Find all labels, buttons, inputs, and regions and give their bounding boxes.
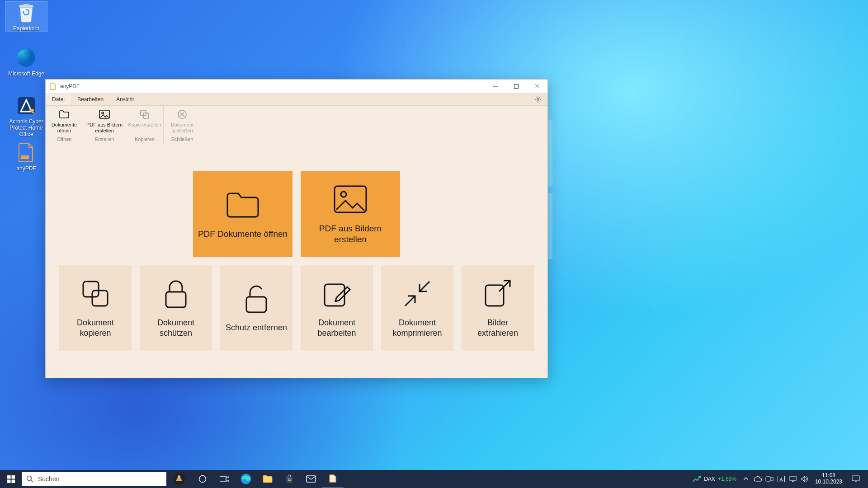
ribbon-create-from-images[interactable]: PDF aus Bildern erstellen [83,108,126,136]
compress-icon [401,278,433,310]
minimize-button[interactable] [485,80,506,93]
tray-onedrive[interactable] [752,470,764,488]
svg-point-25 [178,475,180,478]
anypdf-file-icon [15,142,37,164]
ribbon-label: Kopie erstellen [128,122,161,128]
menu-ansicht[interactable]: Ansicht [110,94,140,105]
start-area: PDF Dokumente öffnen PDF aus Bildern ers… [46,144,547,378]
image-icon [333,183,368,215]
ribbon-group-caption: Schließen [171,136,193,143]
svg-rect-27 [220,477,226,481]
tray-meetnow[interactable] [764,470,775,488]
menu-datei[interactable]: Datei [46,94,71,105]
tile-compress-document[interactable]: Dokument komprimieren [381,265,453,351]
svg-rect-3 [21,155,29,159]
tile-protect-document[interactable]: Dokument schützen [140,265,212,351]
svg-rect-20 [11,475,15,479]
tray-overflow[interactable] [740,470,752,488]
tile-remove-protection[interactable]: Schutz entfernen [220,265,292,351]
action-center[interactable] [847,470,865,488]
svg-rect-16 [246,297,266,312]
tile-open-pdf[interactable]: PDF Dokumente öffnen [193,171,292,257]
taskbar-app-explorer[interactable] [257,470,278,488]
tile-copy-document[interactable]: Dokument kopieren [59,265,132,351]
ribbon-copy-document: Kopie erstellen [126,108,163,136]
search-icon [26,475,33,483]
tile-label: PDF aus Bildern erstellen [301,223,400,245]
volume-icon [801,476,808,482]
desktop-icon-label: Papierkorb [5,25,47,32]
start-button[interactable] [0,470,22,488]
stock-up-icon [692,475,701,483]
taskbar: Suchen DAX +1,69% A 11:08 10.10.2023 [0,470,868,488]
taskbar-app-store[interactable] [278,470,300,488]
titlebar[interactable]: anyPDF [46,80,547,94]
keyboard-a-icon: A [778,476,785,482]
svg-rect-4 [514,84,519,89]
desktop-icon-edge[interactable]: Microsoft Edge [5,47,47,77]
svg-rect-36 [766,477,771,481]
tile-label: Dokument kopieren [59,318,132,338]
taskbar-taskview[interactable] [213,470,235,488]
tray-volume[interactable] [799,470,811,488]
ribbon-open-document[interactable]: Dokumente öffnen [46,108,83,136]
svg-rect-35 [307,476,316,482]
extract-icon [482,278,514,310]
ribbon-label: PDF aus Bildern erstellen [83,122,126,133]
show-desktop[interactable] [865,470,868,488]
clock-date: 10.10.2023 [815,479,842,485]
tile-edit-document[interactable]: Dokument bearbeiten [301,265,373,351]
folder-icon [225,189,261,221]
edge-icon [241,474,251,484]
maximize-button[interactable] [506,80,527,93]
taskbar-app-edge[interactable] [235,470,257,488]
svg-rect-19 [7,475,11,479]
close-circle-icon [177,108,187,120]
tray-network[interactable] [787,470,799,488]
tile-label: Bilder extrahieren [462,318,534,338]
taskbar-cortana[interactable] [192,470,213,488]
tray-input-indicator[interactable]: A [775,470,787,488]
svg-rect-21 [7,479,11,483]
taskbar-app-anypdf[interactable] [322,469,344,488]
taskbar-search-highlight[interactable] [166,470,192,488]
stock-change: +1,69% [718,476,736,482]
acronis-icon [15,95,37,117]
taskbar-clock[interactable]: 11:08 10.10.2023 [811,473,847,485]
notification-icon [852,475,860,483]
svg-rect-28 [227,476,229,478]
svg-rect-17 [325,284,344,306]
desktop-icon-recycle-bin[interactable]: Papierkorb [5,2,47,32]
tile-extract-images[interactable]: Bilder extrahieren [462,265,534,351]
svg-point-26 [199,476,206,483]
settings-button[interactable] [531,94,545,105]
search-highlight-icon [172,472,186,486]
taskbar-app-mail[interactable] [300,470,322,488]
svg-point-23 [27,476,32,481]
taskview-icon [220,476,229,482]
tile-label: Dokument bearbeiten [301,318,373,338]
search-placeholder: Suchen [38,475,59,483]
menu-bearbeiten[interactable]: Bearbeiten [71,94,110,105]
close-button[interactable] [527,80,547,93]
svg-rect-32 [290,479,291,480]
cloud-icon [754,476,762,482]
svg-rect-39 [790,476,796,480]
tile-label: PDF Dokumente öffnen [193,229,292,239]
taskbar-search[interactable]: Suchen [22,472,166,486]
edit-icon [321,278,353,310]
image-icon [99,108,110,120]
chevron-up-icon [744,477,748,481]
ribbon-label: Dokumente öffnen [46,122,83,133]
camera-icon [765,476,774,482]
taskbar-stock-widget[interactable]: DAX +1,69% [689,475,740,483]
ribbon-group-caption: Öffnen [57,136,72,143]
desktop-icon-label: Acronis Cyber Protect Home Office [5,118,47,137]
ribbon-close-document: Dokument schließen [164,108,201,136]
desktop-icon-acronis[interactable]: Acronis Cyber Protect Home Office [5,95,47,137]
tile-pdf-from-images[interactable]: PDF aus Bildern erstellen [301,171,400,257]
network-icon [789,476,797,482]
svg-text:A: A [779,477,783,482]
desktop-icon-anypdf[interactable]: anyPDF [5,142,47,172]
store-icon [285,474,294,483]
